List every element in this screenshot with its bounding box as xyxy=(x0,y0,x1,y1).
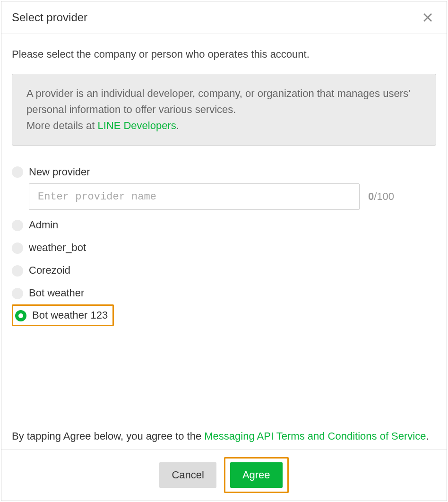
char-counter: 0/100 xyxy=(368,190,394,203)
radio-provider-bot-weather[interactable] xyxy=(12,288,23,299)
radio-provider-admin[interactable] xyxy=(12,220,23,231)
terms-suffix: . xyxy=(426,430,429,442)
select-provider-modal: Select provider Please select the compan… xyxy=(1,1,447,501)
new-provider-label[interactable]: New provider xyxy=(29,165,436,179)
terms-link[interactable]: Messaging API Terms and Conditions of Se… xyxy=(204,430,426,442)
highlighted-agree: Agree xyxy=(224,457,289,493)
radio-new-provider[interactable] xyxy=(12,166,23,178)
new-provider-input-row: 0/100 xyxy=(29,183,436,210)
highlighted-provider: Bot weather 123 xyxy=(12,304,114,326)
provider-label[interactable]: Corezoid xyxy=(29,264,70,277)
provider-label[interactable]: Bot weather xyxy=(29,286,84,300)
provider-list: New provider 0/100 Admin weather_bot xyxy=(12,162,436,326)
close-button[interactable] xyxy=(420,10,435,25)
provider-row: Admin xyxy=(12,214,436,236)
provider-row: weather_bot xyxy=(12,236,436,259)
info-suffix: . xyxy=(176,120,179,131)
radio-provider-corezoid[interactable] xyxy=(12,265,23,277)
provider-label[interactable]: Bot weather 123 xyxy=(32,309,108,322)
info-text: A provider is an individual developer, c… xyxy=(26,86,422,134)
terms-prefix: By tapping Agree below, you agree to the xyxy=(12,430,204,442)
provider-row: Corezoid xyxy=(12,259,436,282)
provider-label[interactable]: Admin xyxy=(29,218,58,232)
agree-button[interactable]: Agree xyxy=(230,462,283,488)
radio-provider-bot-weather-123[interactable] xyxy=(15,310,26,321)
radio-provider-weather-bot[interactable] xyxy=(12,242,23,254)
line-developers-link[interactable]: LINE Developers xyxy=(97,120,176,131)
terms-text: By tapping Agree below, you agree to the… xyxy=(12,428,436,444)
modal-header: Select provider xyxy=(1,1,447,34)
provider-row: Bot weather 123 xyxy=(15,309,108,322)
new-provider-section: New provider 0/100 xyxy=(29,165,436,210)
cancel-button[interactable]: Cancel xyxy=(159,462,216,488)
instruction-text: Please select the company or person who … xyxy=(12,48,436,61)
modal-body: Please select the company or person who … xyxy=(1,34,447,449)
char-current: 0 xyxy=(368,190,374,202)
provider-label[interactable]: weather_bot xyxy=(29,241,86,254)
provider-row: Bot weather xyxy=(12,282,436,304)
char-max: 100 xyxy=(377,190,394,202)
info-desc: A provider is an individual developer, c… xyxy=(26,87,410,115)
close-icon xyxy=(422,12,433,23)
spacer xyxy=(12,326,436,418)
modal-footer: Cancel Agree xyxy=(1,449,447,501)
modal-title: Select provider xyxy=(12,11,87,24)
info-more-prefix: More details at xyxy=(26,120,97,131)
provider-row-new: New provider 0/100 xyxy=(12,162,436,214)
provider-name-input[interactable] xyxy=(29,183,360,210)
info-box: A provider is an individual developer, c… xyxy=(12,74,436,146)
